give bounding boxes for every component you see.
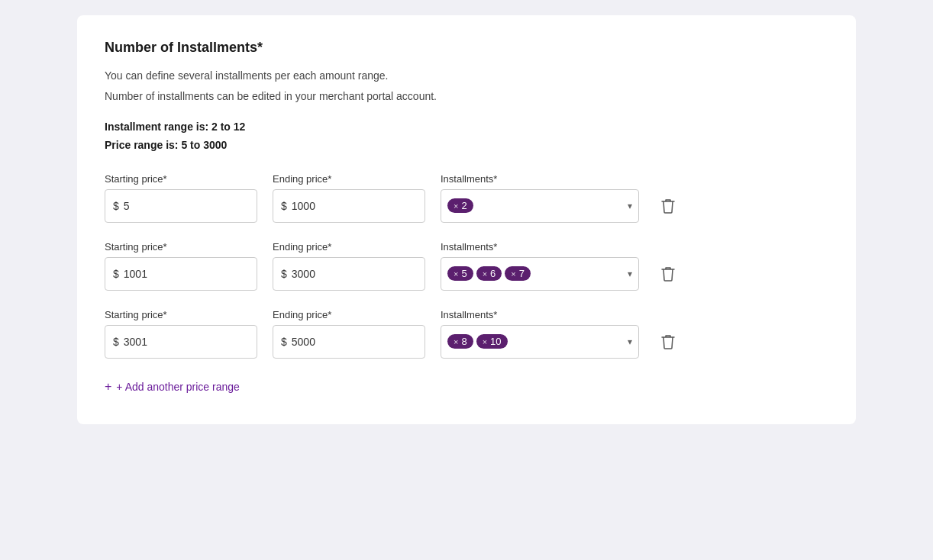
dropdown-arrow-icon: ▾ (628, 336, 632, 347)
tag-remove-icon[interactable]: × (454, 337, 458, 346)
ending-price-group: Ending price* $ (273, 309, 425, 359)
tag-item: × 2 (447, 198, 473, 213)
installments-select[interactable]: × 2 ▾ (441, 189, 639, 223)
starting-price-group: Starting price* $ (105, 241, 257, 291)
price-row: Starting price* $ Ending price* $ Instal… (105, 173, 828, 223)
ending-price-input-wrapper: $ (273, 325, 425, 359)
starting-price-group: Starting price* $ (105, 309, 257, 359)
price-row: Starting price* $ Ending price* $ Instal… (105, 309, 828, 359)
ending-price-input[interactable] (292, 268, 417, 280)
description-2: Number of installments can be edited in … (105, 89, 828, 105)
dropdown-arrow-icon: ▾ (628, 201, 632, 211)
starting-price-label: Starting price* (105, 309, 257, 320)
delete-row-button[interactable] (654, 257, 682, 291)
starting-price-input[interactable] (124, 268, 249, 280)
installments-group: Installments* × 2 ▾ (441, 173, 639, 223)
ending-price-label: Ending price* (273, 241, 425, 253)
tag-value: 5 (461, 268, 466, 279)
ending-price-label: Ending price* (273, 309, 425, 320)
installments-label: Installments* (441, 173, 639, 185)
tag-value: 7 (519, 268, 525, 279)
range-info: Installment range is: 2 to 12 Price rang… (105, 118, 828, 155)
tag-value: 10 (490, 336, 501, 347)
currency-symbol: $ (113, 268, 119, 280)
tag-item: × 7 (505, 266, 531, 281)
installments-group: Installments* × 8 × 10 ▾ (441, 309, 639, 359)
installments-select[interactable]: × 5 × 6 × 7 ▾ (441, 257, 639, 291)
trash-icon (661, 333, 675, 350)
tag-remove-icon[interactable]: × (511, 269, 515, 278)
add-range-label: + Add another price range (116, 381, 240, 393)
add-price-range-button[interactable]: + + Add another price range (105, 380, 240, 394)
currency-symbol: $ (113, 336, 119, 348)
tag-value: 6 (490, 268, 496, 279)
dropdown-arrow-icon: ▾ (628, 269, 632, 279)
ending-price-group: Ending price* $ (273, 173, 425, 223)
ending-price-input[interactable] (292, 336, 417, 348)
installment-range-label: Installment range is: 2 to 12 (105, 118, 828, 137)
description-1: You can define several installments per … (105, 68, 828, 84)
section-title: Number of Installments* (105, 40, 828, 56)
tag-remove-icon[interactable]: × (483, 269, 487, 278)
price-range-label: Price range is: 5 to 3000 (105, 137, 828, 155)
tag-remove-icon[interactable]: × (454, 201, 458, 211)
ending-price-input-wrapper: $ (273, 257, 425, 291)
delete-row-button[interactable] (654, 189, 682, 223)
starting-price-group: Starting price* $ (105, 173, 257, 223)
tag-item: × 6 (476, 266, 502, 281)
currency-symbol: $ (113, 200, 119, 212)
starting-price-input[interactable] (124, 336, 249, 348)
ending-price-label: Ending price* (273, 173, 425, 185)
tag-value: 2 (461, 200, 466, 211)
tag-value: 8 (461, 336, 466, 347)
starting-price-input-wrapper: $ (105, 189, 257, 223)
delete-row-button[interactable] (654, 325, 682, 359)
trash-icon (661, 198, 675, 214)
plus-icon: + (105, 380, 111, 394)
installments-group: Installments* × 5 × 6 × 7 ▾ (441, 241, 639, 291)
installments-select[interactable]: × 8 × 10 ▾ (441, 325, 639, 359)
ending-price-group: Ending price* $ (273, 241, 425, 291)
currency-symbol: $ (281, 336, 287, 348)
tag-item: × 10 (476, 334, 508, 349)
currency-symbol: $ (281, 200, 287, 212)
starting-price-input-wrapper: $ (105, 325, 257, 359)
starting-price-label: Starting price* (105, 241, 257, 253)
tag-remove-icon[interactable]: × (454, 269, 458, 278)
ending-price-input[interactable] (292, 200, 417, 212)
tag-item: × 5 (447, 266, 473, 281)
installments-card: Number of Installments* You can define s… (77, 15, 856, 424)
starting-price-input-wrapper: $ (105, 257, 257, 291)
installments-label: Installments* (441, 241, 639, 253)
currency-symbol: $ (281, 268, 287, 280)
tag-remove-icon[interactable]: × (483, 337, 487, 346)
starting-price-label: Starting price* (105, 173, 257, 185)
price-row: Starting price* $ Ending price* $ Instal… (105, 241, 828, 291)
ending-price-input-wrapper: $ (273, 189, 425, 223)
trash-icon (661, 266, 675, 282)
starting-price-input[interactable] (124, 200, 249, 212)
installments-label: Installments* (441, 309, 639, 320)
tag-item: × 8 (447, 334, 473, 349)
